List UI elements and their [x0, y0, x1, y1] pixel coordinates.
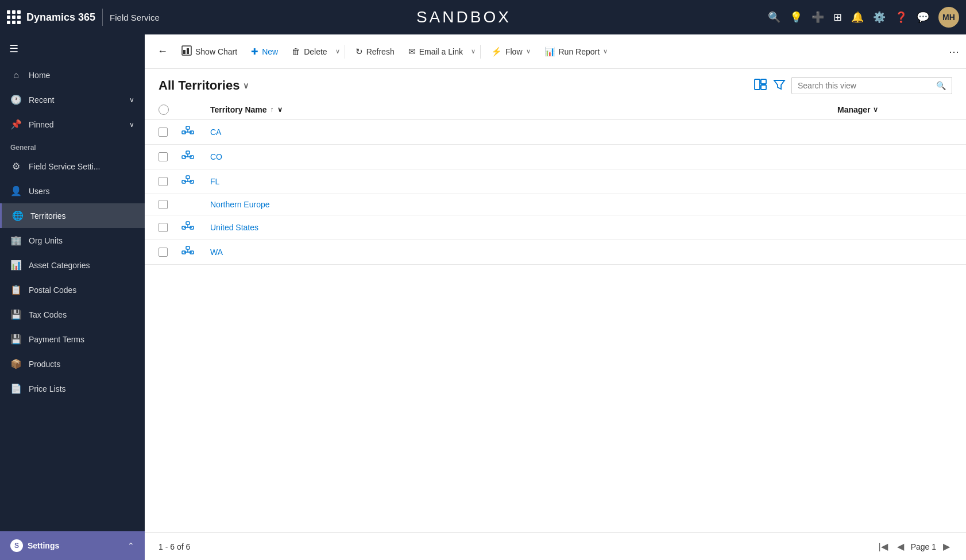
table-row[interactable]: FL — [145, 169, 966, 194]
table-row[interactable]: CA — [145, 120, 966, 145]
more-button[interactable]: ⋯ — [949, 45, 959, 58]
recent-icon: 🕐 — [10, 94, 22, 105]
sidebar-section-general: General — [0, 137, 145, 154]
sidebar-item-label: Org Units — [29, 236, 63, 245]
row-checkbox[interactable] — [159, 128, 181, 137]
search-icon[interactable]: 🔍 — [936, 81, 946, 90]
sidebar-item-pinned[interactable]: 📌 Pinned ∨ — [0, 112, 145, 137]
territory-name-cell[interactable]: CA — [210, 128, 837, 137]
table-row[interactable]: Northern Europe — [145, 194, 966, 215]
cmd-divider-1 — [345, 45, 345, 59]
first-page-button[interactable]: |◀ — [876, 539, 890, 554]
sidebar: ☰ ⌂ Home 🕐 Recent ∨ 📌 Pinned ∨ General ⚙… — [0, 34, 145, 560]
product-icon: 📦 — [10, 358, 22, 369]
checkbox[interactable] — [159, 248, 168, 257]
row-checkbox[interactable] — [159, 177, 181, 186]
sidebar-item-org-units[interactable]: 🏢 Org Units — [0, 228, 145, 253]
sidebar-item-label: Price Lists — [29, 384, 66, 393]
back-button[interactable]: ← — [152, 42, 173, 61]
filter-icon[interactable]: ⊞ — [833, 11, 842, 24]
manager-chevron-icon[interactable]: ∨ — [873, 106, 878, 114]
sidebar-item-field-service-settings[interactable]: ⚙ Field Service Setti... — [0, 154, 145, 179]
flow-chevron[interactable]: ∨ — [526, 48, 531, 55]
sort-chevron-icon[interactable]: ∨ — [277, 106, 283, 114]
sidebar-item-label: Asset Categories — [29, 261, 90, 270]
settings-icon[interactable]: ⚙️ — [873, 11, 886, 24]
refresh-button[interactable]: ↻ Refresh — [350, 43, 400, 60]
row-checkbox[interactable] — [159, 248, 181, 257]
user-icon: 👤 — [10, 186, 22, 196]
checkbox[interactable] — [159, 128, 168, 137]
territory-name-header[interactable]: Territory Name ↑ ∨ — [210, 105, 837, 114]
bell-icon[interactable]: 🔔 — [851, 11, 864, 24]
table-row[interactable]: United States — [145, 215, 966, 240]
territory-name-cell[interactable]: FL — [210, 177, 837, 186]
plus-icon[interactable]: ➕ — [812, 11, 824, 24]
run-report-button[interactable]: 📊 Run Report ∨ — [539, 43, 614, 60]
flow-button[interactable]: ⚡ Flow ∨ — [485, 43, 536, 60]
filter-icon[interactable] — [773, 78, 786, 94]
waffle-icon[interactable] — [7, 10, 21, 24]
back-icon: ← — [157, 45, 168, 57]
territory-name-cell[interactable]: WA — [210, 248, 837, 257]
prev-page-button[interactable]: ◀ — [895, 539, 906, 554]
globe-icon: 🌐 — [12, 210, 24, 221]
territory-name-cell[interactable]: Northern Europe — [210, 200, 837, 209]
layout-icon[interactable] — [754, 78, 767, 94]
sidebar-item-price-lists[interactable]: 📄 Price Lists — [0, 376, 145, 401]
more-actions-chevron[interactable]: ∨ — [335, 48, 340, 55]
table-row[interactable]: WA — [145, 240, 966, 265]
postal-icon: 📋 — [10, 284, 22, 295]
delete-button[interactable]: 🗑 Delete — [286, 43, 333, 60]
sidebar-item-postal-codes[interactable]: 📋 Postal Codes — [0, 277, 145, 302]
next-page-button[interactable]: ▶ — [941, 539, 952, 554]
data-table: Territory Name ↑ ∨ Manager ∨ — [145, 100, 966, 532]
manager-header[interactable]: Manager ∨ — [837, 105, 952, 114]
sidebar-item-asset-categories[interactable]: 📊 Asset Categories — [0, 253, 145, 277]
view-title-chevron-icon[interactable]: ∨ — [243, 81, 249, 90]
pagination: |◀ ◀ Page 1 ▶ — [876, 539, 952, 554]
sidebar-item-tax-codes[interactable]: 💾 Tax Codes — [0, 302, 145, 327]
header-checkbox[interactable] — [159, 105, 181, 115]
table-row[interactable]: CO — [145, 145, 966, 169]
select-all-checkbox[interactable] — [159, 105, 169, 115]
search-input[interactable] — [798, 81, 932, 90]
email-link-button[interactable]: ✉ Email a Link — [403, 43, 469, 60]
report-chevron[interactable]: ∨ — [603, 48, 608, 55]
hamburger-button[interactable]: ☰ — [0, 34, 145, 63]
asset-icon: 📊 — [10, 260, 22, 271]
territory-name-cell[interactable]: CO — [210, 152, 837, 161]
help-icon[interactable]: ❓ — [895, 11, 907, 24]
search-icon[interactable]: 🔍 — [768, 11, 780, 24]
settings-footer[interactable]: S Settings ⌃ — [0, 531, 145, 560]
territory-name-cell[interactable]: United States — [210, 223, 837, 232]
lightbulb-icon[interactable]: 💡 — [790, 11, 802, 24]
sidebar-item-territories[interactable]: 🌐 Territories — [0, 203, 145, 228]
email-chevron[interactable]: ∨ — [471, 48, 476, 55]
row-checkbox[interactable] — [159, 152, 181, 161]
sort-asc-icon: ↑ — [271, 106, 274, 114]
user-avatar[interactable]: MH — [938, 7, 959, 28]
checkbox[interactable] — [159, 177, 168, 186]
nav-logo[interactable]: Dynamics 365 — [7, 10, 95, 24]
page-label: Page 1 — [911, 542, 936, 551]
search-box[interactable]: 🔍 — [791, 77, 952, 94]
sidebar-item-products[interactable]: 📦 Products — [0, 352, 145, 376]
chat-icon[interactable]: 💬 — [917, 11, 929, 24]
checkbox[interactable] — [159, 200, 168, 209]
svg-rect-3 — [755, 79, 760, 90]
sidebar-item-payment-terms[interactable]: 💾 Payment Terms — [0, 327, 145, 352]
checkbox[interactable] — [159, 223, 168, 232]
email-link-label: Email a Link — [419, 47, 463, 56]
svg-rect-5 — [761, 85, 766, 90]
checkbox[interactable] — [159, 152, 168, 161]
sidebar-item-users[interactable]: 👤 Users — [0, 179, 145, 203]
sidebar-item-home[interactable]: ⌂ Home — [0, 63, 145, 87]
row-checkbox[interactable] — [159, 200, 181, 209]
sidebar-item-recent[interactable]: 🕐 Recent ∨ — [0, 87, 145, 112]
plus-icon: ✚ — [251, 47, 258, 57]
delete-icon: 🗑 — [292, 47, 300, 56]
new-button[interactable]: ✚ New — [245, 43, 284, 60]
row-checkbox[interactable] — [159, 223, 181, 232]
show-chart-button[interactable]: Show Chart — [176, 42, 243, 61]
